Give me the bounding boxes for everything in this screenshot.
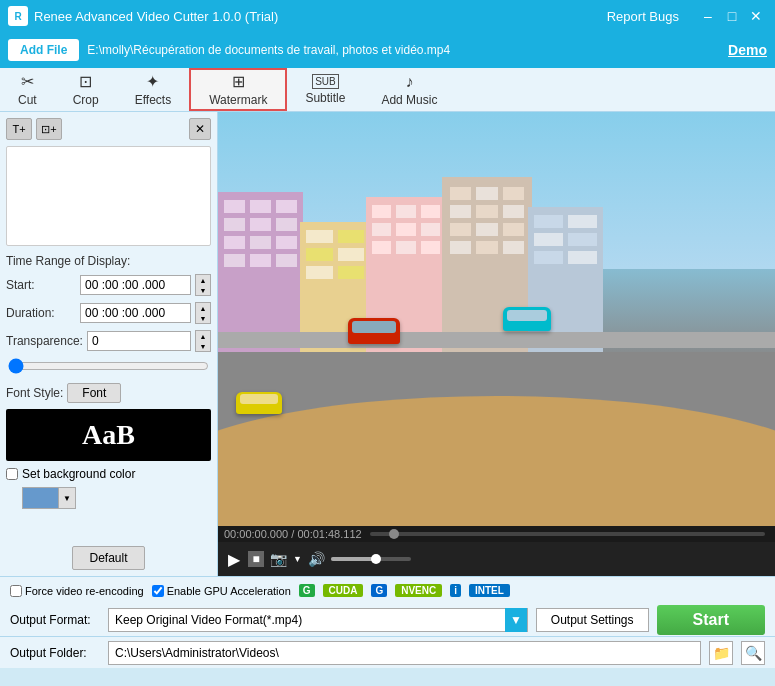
font-style-label: Font Style: — [6, 386, 63, 400]
car-red — [348, 318, 400, 344]
nvenc-badge: NVENC — [395, 584, 442, 597]
bridge-rails — [218, 352, 775, 356]
start-label: Start: — [6, 278, 76, 292]
start-down-btn[interactable]: ▼ — [196, 285, 210, 295]
add-image-button[interactable]: ⊡+ — [36, 118, 62, 140]
app-title: Renee Advanced Video Cutter 1.0.0 (Trial… — [34, 9, 607, 24]
enable-gpu-label[interactable]: Enable GPU Acceleration — [152, 585, 291, 597]
default-button[interactable]: Default — [72, 546, 144, 570]
close-button[interactable]: ✕ — [745, 5, 767, 27]
output-folder-label: Output Folder: — [10, 646, 100, 660]
output-folder-input[interactable]: C:\Users\Administrator\Videos\ — [108, 641, 701, 665]
building-1 — [218, 192, 303, 352]
tab-subtitle-label: Subtitle — [305, 91, 345, 105]
transparence-spinner: ▲ ▼ — [195, 330, 211, 352]
tab-add-music[interactable]: ♪ Add Music — [363, 68, 455, 111]
road-top — [218, 332, 775, 348]
start-field-row: Start: ▲ ▼ — [6, 274, 211, 296]
text-preview-area[interactable] — [6, 146, 211, 246]
transparence-input[interactable] — [87, 331, 191, 351]
panel-toolbar: T+ ⊡+ ✕ — [6, 118, 211, 140]
format-dropdown-arrow[interactable]: ▼ — [505, 608, 527, 632]
file-path: E:\molly\Récupération de documents de tr… — [87, 43, 720, 57]
maximize-button[interactable]: □ — [721, 5, 743, 27]
force-reencoding-checkbox[interactable] — [10, 585, 22, 597]
tab-watermark[interactable]: ⊞ Watermark — [189, 68, 287, 111]
color-dropdown-btn[interactable]: ▼ — [58, 487, 76, 509]
force-reencoding-label[interactable]: Force video re-encoding — [10, 585, 144, 597]
tab-cut-label: Cut — [18, 93, 37, 107]
tab-effects-label: Effects — [135, 93, 171, 107]
subtitle-icon: SUB — [312, 74, 339, 89]
app-icon: R — [8, 6, 28, 26]
search-folder-button[interactable]: 🔍 — [741, 641, 765, 665]
gpu-logo-green: G — [299, 584, 315, 597]
play-button[interactable]: ▶ — [226, 548, 242, 571]
start-button[interactable]: Start — [657, 605, 765, 635]
transparence-label: Transparence: — [6, 334, 83, 348]
video-area: 00:00:00.000 / 00:01:48.112 ▶ ■ 📷 ▼ 🔊 — [218, 112, 775, 576]
tab-watermark-label: Watermark — [209, 93, 267, 107]
start-spinner: ▲ ▼ — [195, 274, 211, 296]
filebar: Add File E:\molly\Récupération de docume… — [0, 32, 775, 68]
add-file-button[interactable]: Add File — [8, 39, 79, 61]
progress-handle[interactable] — [389, 529, 399, 539]
add-music-icon: ♪ — [405, 73, 413, 91]
start-up-btn[interactable]: ▲ — [196, 275, 210, 285]
tab-cut[interactable]: ✂ Cut — [0, 68, 55, 111]
panel-close-button[interactable]: ✕ — [189, 118, 211, 140]
stop-button[interactable]: ■ — [248, 551, 264, 567]
gpu-logo-blue: G — [371, 584, 387, 597]
output-format-bar: Output Format: Keep Original Video Forma… — [0, 604, 775, 636]
transparence-up-btn[interactable]: ▲ — [196, 331, 210, 341]
duration-field-row: Duration: ▲ ▼ — [6, 302, 211, 324]
output-folder-bar: Output Folder: C:\Users\Administrator\Vi… — [0, 636, 775, 668]
demo-link[interactable]: Demo — [728, 42, 767, 58]
video-frame — [218, 112, 775, 526]
output-format-label: Output Format: — [10, 613, 100, 627]
color-box[interactable] — [22, 487, 58, 509]
output-format-select[interactable]: Keep Original Video Format(*.mp4) ▼ — [108, 608, 528, 632]
enable-gpu-checkbox[interactable] — [152, 585, 164, 597]
progress-bar[interactable] — [370, 532, 765, 536]
left-panel: T+ ⊡+ ✕ Time Range of Display: Start: ▲ … — [0, 112, 218, 576]
transparence-slider-row — [6, 358, 211, 377]
volume-slider[interactable] — [331, 557, 411, 561]
watermark-icon: ⊞ — [232, 72, 245, 91]
duration-down-btn[interactable]: ▼ — [196, 313, 210, 323]
crop-icon: ⊡ — [79, 72, 92, 91]
tab-effects[interactable]: ✦ Effects — [117, 68, 189, 111]
bridge — [218, 396, 775, 526]
minimize-button[interactable]: – — [697, 5, 719, 27]
font-preview: AaB — [6, 409, 211, 461]
start-input[interactable] — [80, 275, 191, 295]
output-format-value: Keep Original Video Format(*.mp4) — [115, 613, 505, 627]
volume-handle[interactable] — [371, 554, 381, 564]
tab-crop[interactable]: ⊡ Crop — [55, 68, 117, 111]
transparence-down-btn[interactable]: ▼ — [196, 341, 210, 351]
browse-folder-button[interactable]: 📁 — [709, 641, 733, 665]
car-cyan — [503, 307, 551, 331]
main-area: T+ ⊡+ ✕ Time Range of Display: Start: ▲ … — [0, 112, 775, 576]
duration-input[interactable] — [80, 303, 191, 323]
transparence-slider[interactable] — [8, 358, 209, 374]
set-bg-checkbox[interactable] — [6, 468, 18, 480]
snapshot-button[interactable]: 📷 — [270, 551, 287, 567]
output-settings-button[interactable]: Output Settings — [536, 608, 649, 632]
set-bg-label: Set background color — [22, 467, 135, 481]
time-range-label: Time Range of Display: — [6, 254, 211, 268]
report-bugs-link[interactable]: Report Bugs — [607, 9, 679, 24]
add-text-button[interactable]: T+ — [6, 118, 32, 140]
volume-icon: 🔊 — [308, 551, 325, 567]
font-button[interactable]: Font — [67, 383, 121, 403]
toolbar: ✂ Cut ⊡ Crop ✦ Effects ⊞ Watermark SUB S… — [0, 68, 775, 112]
duration-up-btn[interactable]: ▲ — [196, 303, 210, 313]
color-picker-row: ▼ — [22, 487, 211, 509]
titlebar: R Renee Advanced Video Cutter 1.0.0 (Tri… — [0, 0, 775, 32]
video-background — [218, 112, 775, 526]
tab-subtitle[interactable]: SUB Subtitle — [287, 68, 363, 111]
tab-crop-label: Crop — [73, 93, 99, 107]
video-playback-bar: ▶ ■ 📷 ▼ 🔊 — [218, 542, 775, 576]
effects-icon: ✦ — [146, 72, 159, 91]
snapshot-dropdown[interactable]: ▼ — [293, 554, 302, 564]
